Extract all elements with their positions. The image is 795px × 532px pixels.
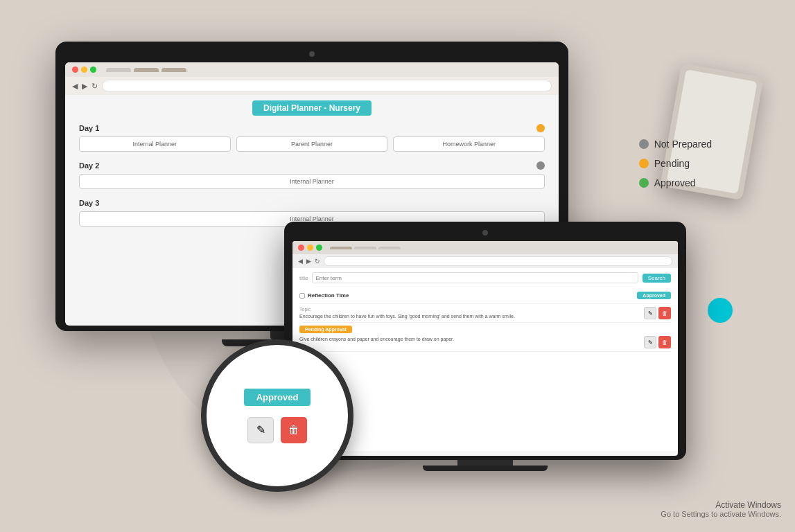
- magnify-edit-button[interactable]: ✎: [247, 417, 274, 443]
- delete-button-1[interactable]: 🗑: [658, 307, 671, 319]
- reflection-time-row: Reflection Time Approved: [299, 287, 671, 304]
- legend-panel: Not Prepared Pending Approved: [639, 139, 712, 188]
- day-2-dot: [536, 161, 545, 170]
- laptop2-stand: [457, 460, 513, 466]
- windows-activation: Activate Windows Go to Settings to activ…: [661, 500, 781, 518]
- legend-pending: Pending: [639, 158, 712, 169]
- homework-planner-btn-1[interactable]: Homework Planner: [393, 136, 545, 152]
- delete-button-2[interactable]: 🗑: [658, 336, 671, 348]
- legend-approved: Approved: [639, 177, 712, 188]
- cyan-accent-circle: [708, 298, 733, 323]
- magnify-delete-button[interactable]: 🗑: [281, 417, 307, 443]
- camera-bar: [65, 51, 559, 57]
- close-dot: [72, 66, 78, 73]
- day-2-label: Day 2: [79, 161, 545, 170]
- search-input[interactable]: [312, 272, 638, 283]
- edit-button-1[interactable]: ✎: [644, 307, 656, 319]
- second-topic-text: Give children crayons and paper and enco…: [299, 336, 644, 342]
- camera-dot: [309, 51, 315, 57]
- max-dot: [90, 66, 96, 73]
- laptop2-base: [423, 466, 548, 471]
- day-2-section: Day 2 Internal Planner: [79, 161, 545, 189]
- tab-1[interactable]: [106, 68, 131, 72]
- tab-3[interactable]: [161, 68, 186, 72]
- day-2-buttons: Internal Planner: [79, 174, 545, 189]
- legend-not-prepared: Not Prepared: [639, 139, 712, 150]
- magnify-approved-badge: Approved: [244, 389, 311, 406]
- second-topic-row: Pending Approval Give children crayons a…: [299, 323, 671, 352]
- pending-approval-badge: Pending Approval: [299, 326, 352, 333]
- tab2-3[interactable]: [378, 247, 401, 249]
- not-prepared-label: Not Prepared: [654, 139, 712, 150]
- magnify-circle: Approved ✎ 🗑: [201, 339, 353, 492]
- tab2-2[interactable]: [354, 247, 376, 249]
- day-1-dot: [536, 124, 545, 132]
- url-bar[interactable]: [102, 80, 552, 92]
- reflection-time-title: Reflection Time: [299, 292, 349, 299]
- url-bar-2[interactable]: [324, 256, 672, 266]
- max-dot-2: [316, 245, 322, 251]
- search-button[interactable]: Search: [643, 274, 671, 283]
- browser2-traffic-lights: [298, 245, 322, 251]
- tab2-1[interactable]: [330, 247, 352, 249]
- browser-tabs: [106, 68, 186, 72]
- topic-actions: ✎ 🗑: [644, 307, 671, 319]
- browser2-tabs: [330, 247, 401, 249]
- refresh-button[interactable]: ↻: [91, 82, 98, 91]
- planner-title: Digital Planner - Nursery: [252, 100, 372, 116]
- reflection-checkbox[interactable]: [299, 293, 305, 299]
- browser-chrome: [65, 62, 559, 77]
- search-label: title: [299, 275, 308, 281]
- approved-dot: [639, 178, 649, 188]
- camera-dot-2: [482, 230, 488, 236]
- planner-header: Digital Planner - Nursery: [65, 95, 559, 118]
- day-1-label: Day 1: [79, 124, 545, 132]
- internal-planner-btn-1[interactable]: Internal Planner: [79, 136, 231, 152]
- topic-row: Topic Encourage the children to have fun…: [299, 304, 671, 323]
- day-1-buttons: Internal Planner Parent Planner Homework…: [79, 136, 545, 152]
- min-dot: [81, 66, 87, 73]
- windows-line2: Go to Settings to activate Windows.: [661, 510, 781, 518]
- edit-button-2[interactable]: ✎: [644, 336, 656, 348]
- back-button-2[interactable]: ◀: [298, 258, 303, 265]
- second-topic-actions: ✎ 🗑: [644, 336, 671, 348]
- browser2-nav: ◀ ▶ ↻: [292, 254, 678, 268]
- browser-traffic-lights: [72, 66, 96, 73]
- topic-label: Topic: [299, 307, 515, 312]
- day-1-section: Day 1 Internal Planner Parent Planner Ho…: [79, 124, 545, 152]
- topic-text: Encourage the children to have fun with …: [299, 313, 515, 319]
- forward-button-2[interactable]: ▶: [306, 258, 311, 265]
- day-3-label: Day 3: [79, 199, 545, 207]
- forward-button[interactable]: ▶: [82, 82, 87, 91]
- browser-nav-bar: ◀ ▶ ↻: [65, 77, 559, 95]
- search-row: title Search: [299, 272, 671, 283]
- back-button[interactable]: ◀: [72, 82, 78, 91]
- camera-bar-2: [292, 230, 678, 236]
- browser2-chrome: [292, 241, 678, 254]
- refresh-button-2[interactable]: ↻: [315, 258, 320, 265]
- pending-label: Pending: [654, 158, 690, 169]
- not-prepared-dot: [639, 139, 649, 149]
- approved-label: Approved: [654, 177, 696, 188]
- pending-dot: [639, 159, 649, 168]
- parent-planner-btn-1[interactable]: Parent Planner: [236, 136, 388, 152]
- internal-planner-btn-2[interactable]: Internal Planner: [79, 174, 545, 189]
- close-dot-2: [298, 245, 304, 251]
- magnify-action-buttons: ✎ 🗑: [247, 417, 307, 443]
- tab-2[interactable]: [134, 68, 159, 72]
- min-dot-2: [307, 245, 313, 251]
- windows-line1: Activate Windows: [661, 500, 781, 510]
- approved-badge: Approved: [637, 292, 671, 299]
